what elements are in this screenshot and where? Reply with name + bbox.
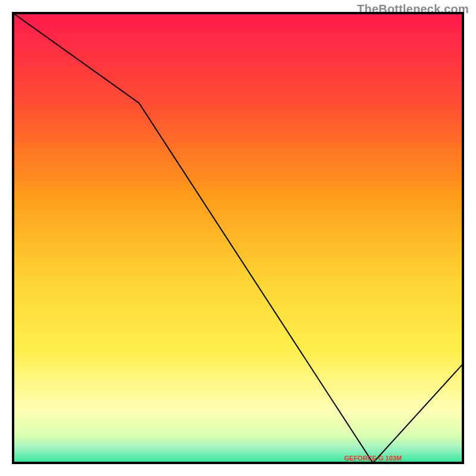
chart-background bbox=[13, 13, 463, 463]
bottleneck-chart bbox=[0, 0, 476, 476]
marker-label: GEFORCE G 103M bbox=[345, 455, 402, 462]
chart-container: TheBottleneck.com GEFORCE G 103M bbox=[0, 0, 476, 476]
